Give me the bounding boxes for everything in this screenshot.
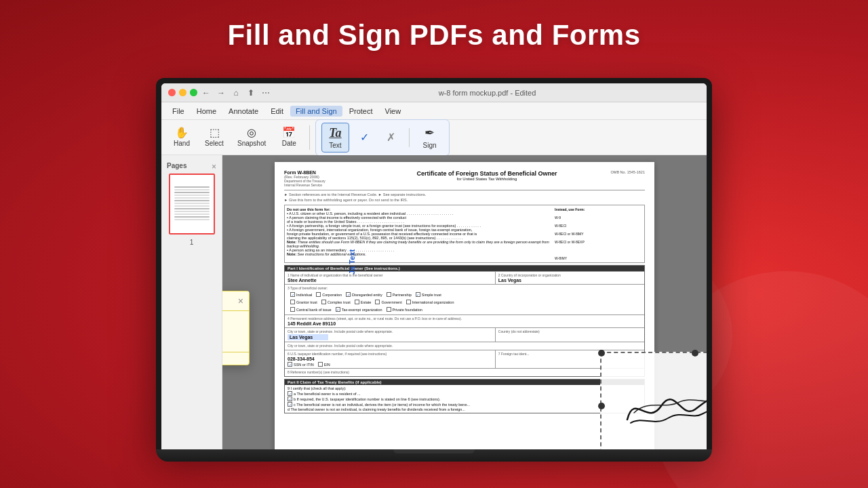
field2-label: 2 Country of incorporation or organizati… [498, 273, 642, 277]
thumb-line-4 [174, 195, 210, 196]
cb-estate-box[interactable] [355, 300, 359, 304]
country-cell: 2 Country of incorporation or organizati… [496, 272, 644, 284]
part2-d-text: d The beneficial owner is not an individ… [288, 407, 465, 411]
menu-view[interactable]: View [380, 106, 407, 117]
checkboxes-row-2: Grantor trust Complex trust [288, 298, 642, 306]
beneficial-owner-cell: 1 Name of individual or organization tha… [285, 272, 496, 284]
sidebar: Pages × [161, 155, 222, 449]
ssn-option: ✓ SSN or ITIN [288, 362, 314, 367]
cb-simple-trust-label: Simple trust [422, 293, 441, 297]
part2-c-checkbox[interactable]: ✓ [288, 402, 292, 407]
cb-tax-exempt-box[interactable]: ✓ [336, 307, 340, 312]
checkboxes-row: ✓ Individual Corporation [288, 291, 642, 298]
cb-central-bank-box[interactable] [290, 307, 295, 312]
traffic-lights [168, 89, 197, 96]
select-tool[interactable]: ⬚ Select [199, 125, 229, 150]
menu-fill-sign[interactable]: Fill and Sign [290, 106, 342, 117]
cb-disregarded-box[interactable]: ✓ [346, 292, 351, 297]
field1-value: Stee Annette [288, 278, 492, 283]
ref-num-cell: 8 Reference number(s) (see instructions) [285, 369, 644, 376]
laptop-base [156, 449, 712, 462]
type-row: 3 Type of beneficial owner: ✓ Individual [285, 284, 644, 314]
field2-value: Las Vegas [498, 278, 642, 283]
cb-corporation-box[interactable] [316, 292, 321, 297]
part2-b-checkbox[interactable]: ✓ [288, 396, 292, 401]
cb-government-box[interactable] [375, 300, 380, 304]
field3-label: 3 Type of beneficial owner: [288, 286, 642, 290]
cb-private-foundation-box[interactable] [387, 307, 391, 312]
thumb-line-10 [174, 211, 210, 212]
menu-protect[interactable]: Protect [344, 106, 378, 117]
ein-option: EIN [318, 362, 330, 367]
nav-icons: ← → ⌂ ⬆ ⋯ [201, 88, 271, 98]
home-icon[interactable]: ⌂ [231, 88, 241, 98]
handle-middle-left[interactable] [598, 403, 605, 409]
cb-individual-box[interactable]: ✓ [290, 292, 295, 297]
ssn-checkbox[interactable]: ✓ [288, 362, 292, 367]
menu-file[interactable]: File [167, 106, 190, 117]
cb-intl-org-label: International organization [412, 300, 454, 304]
part2-section: Part II Claim of Tax Treaty Benefits (if… [284, 379, 645, 413]
sign-tool[interactable]: ✒ Sign [416, 123, 443, 152]
field5-label: City or town, state or province. Include… [288, 344, 642, 348]
city-cell-2: City or town, state or province. Include… [285, 342, 644, 350]
cb-corporation: Corporation [316, 292, 342, 297]
menu-edit[interactable]: Edit [265, 106, 289, 117]
part2-a-checkbox[interactable]: ✓ [288, 391, 292, 396]
name-country-row: 1 Name of individual or organization tha… [285, 271, 644, 284]
x-tool[interactable]: ✗ [380, 128, 402, 146]
annotation-popup: john.oliver × Please review this text. 9… [222, 291, 250, 365]
page-thumbnail[interactable] [169, 174, 215, 235]
select-icon: ⬚ [210, 127, 220, 138]
cb-intl-org-box[interactable] [406, 300, 411, 304]
form-number: Form W-8BEN [284, 170, 363, 175]
minimize-button[interactable] [179, 89, 186, 96]
tax-id-row: 6 U.S. taxpayer identification number, i… [285, 350, 644, 368]
share-icon[interactable]: ⬆ [246, 88, 256, 98]
text-tool[interactable]: Ta Text [321, 123, 349, 152]
city-row-2: City or town, state or province. Include… [285, 342, 644, 350]
handle-top-middle[interactable] [692, 350, 698, 357]
handle-top-left[interactable] [598, 350, 605, 357]
more-icon[interactable]: ⋯ [261, 88, 271, 98]
sign-icon: ✒ [425, 125, 435, 140]
ein-checkbox[interactable] [318, 362, 323, 367]
field4b-value[interactable]: Las Vegas [290, 335, 326, 340]
pdf-viewer[interactable]: john.oliver × Please review this text. 9… [222, 155, 707, 449]
field4c-label: Country (do not abbreviate) [498, 329, 642, 333]
cb-government-label: Government [381, 300, 401, 304]
field6-label: 6 U.S. taxpayer identification number, i… [288, 352, 492, 356]
cb-tax-exempt: ✓ Tax-exempt organization [336, 307, 382, 312]
part2-b: ✓ b If required, the U.S. taxpayer ident… [288, 396, 642, 401]
back-icon[interactable]: ← [201, 88, 211, 98]
cb-partnership-box[interactable] [387, 292, 391, 297]
part2-c-text: c The beneficial owner is not an individ… [294, 403, 470, 407]
checkboxes-row-3: Central bank of issue ✓ Tax-exempt organ… [288, 306, 642, 313]
part1-section: Part I Identification of Beneficial Owne… [284, 265, 645, 377]
cb-disregarded: ✓ Disregarded entity [346, 292, 382, 297]
maximize-button[interactable] [190, 89, 197, 96]
cb-complex-box[interactable] [321, 300, 326, 304]
signature-area[interactable] [600, 352, 707, 449]
check-tool[interactable]: ✓ [353, 128, 376, 146]
menu-home[interactable]: Home [191, 106, 222, 117]
annotation-body[interactable]: Please review this text. [222, 311, 249, 352]
ref-num-row: 8 Reference number(s) (see instructions) [285, 368, 644, 376]
field4b-label: City or town, state or province. Include… [288, 329, 492, 333]
hand-tool[interactable]: ✋ Hand [167, 125, 197, 150]
part1-title: Part I Identification of Beneficial Owne… [288, 266, 400, 270]
field1-label: 1 Name of individual or organization tha… [288, 273, 492, 277]
window-title: w-8 form mockup.pdf - Edited [275, 89, 700, 97]
thumb-line-1 [174, 186, 210, 188]
cb-grantor-box[interactable] [290, 300, 295, 304]
snapshot-tool[interactable]: ◎ Snapshot [232, 125, 271, 150]
close-button[interactable] [168, 89, 176, 96]
cb-simple-trust-box[interactable]: ✓ [416, 292, 420, 297]
tax-id-types: ✓ SSN or ITIN EIN [288, 362, 492, 367]
annotation-close-button[interactable]: × [238, 296, 243, 306]
sidebar-close-button[interactable]: × [212, 162, 216, 171]
date-tool[interactable]: 📅 Date [274, 125, 304, 150]
menu-annotate[interactable]: Annotate [223, 106, 264, 117]
address-row: 4 Permanent residence address (street, a… [285, 314, 644, 327]
forward-icon[interactable]: → [216, 88, 226, 98]
